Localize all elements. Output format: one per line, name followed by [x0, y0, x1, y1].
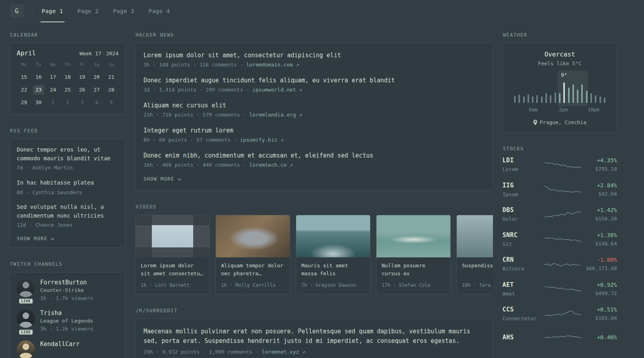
calendar-day[interactable]: 5	[104, 98, 118, 107]
sparkline-svg	[545, 183, 581, 196]
calendar-day[interactable]: 2	[60, 98, 75, 107]
subreddit-post-domain[interactable]: loremnet.xyz ↗	[262, 349, 305, 355]
hn-show-more-button[interactable]: SHOW MORE	[144, 176, 181, 182]
calendar-day[interactable]: 4	[89, 98, 104, 107]
hn-item-domain[interactable]: loremlandia.org ↗	[249, 112, 302, 118]
hn-item-title[interactable]: Lorem ipsum dolor sit amet, consectetur …	[144, 51, 485, 60]
calendar-dow: Su	[104, 62, 118, 69]
hn-item-title[interactable]: Integer eget rutrum lorem	[144, 126, 485, 135]
video-info: Suspendisse diam18h · Tara	[457, 257, 493, 294]
calendar-day[interactable]: 29	[17, 98, 31, 107]
stock-price: $156.28	[587, 215, 617, 223]
calendar-day[interactable]: 25	[60, 85, 75, 95]
twitch-channel-name[interactable]: Trisha	[40, 309, 62, 317]
stock-row[interactable]: CRNBitcorn-1.00%$66,171.48	[502, 256, 617, 273]
calendar-day[interactable]: 24	[46, 85, 60, 95]
live-badge: LIVE	[19, 299, 33, 304]
hn-item-domain[interactable]: ipsumify.biz ↗	[240, 137, 284, 143]
video-card[interactable]: Aliquam tempor dolor nec pharetra…1h · M…	[215, 215, 290, 294]
hn-item-title[interactable]: Aliquam nec cursus elit	[144, 101, 485, 110]
stock-symbol: SNRC	[502, 232, 539, 239]
stock-sparkline	[545, 208, 581, 221]
hn-item-title[interactable]: Donec enim nibh, condimentum et accumsan…	[144, 151, 485, 160]
weather-bar	[514, 96, 516, 103]
weather-condition: Overcast	[509, 51, 610, 58]
video-card[interactable]: Mauris sit amet massa felis7h · Grayson …	[296, 215, 370, 294]
avatar	[17, 279, 35, 297]
videos-section-title: VIDEOS	[136, 204, 493, 210]
app-logo[interactable]: G	[10, 4, 24, 18]
twitch-channel-game: League of Legends	[40, 318, 93, 324]
rss-section: RSS FEED Donec tempor eros leo, ut commo…	[10, 128, 126, 248]
video-card[interactable]: Lorem ipsum dolor sit amet consectetu…1h…	[135, 215, 210, 294]
calendar-day[interactable]: 30	[31, 98, 46, 107]
rss-card: Donec tempor eros leo, ut commodo mauris…	[10, 139, 126, 248]
twitch-channel-name[interactable]: ForrestBurton	[40, 279, 87, 286]
twitch-channel-name[interactable]: KendallCarr	[40, 340, 80, 348]
stock-row[interactable]: LDILorem+4.35%$795.18	[502, 157, 617, 173]
hn-item-domain[interactable]: loremtech.co ↗	[249, 162, 293, 168]
calendar-day[interactable]: 17	[46, 72, 60, 82]
hn-item-meta: 1d · 1,414 points · 299 comments · ipsum…	[144, 86, 485, 94]
stock-row[interactable]: CCSConsectetur+0.51%$165.84	[502, 306, 617, 323]
calendar-separator: ·	[102, 51, 105, 56]
hacker-news-card: Lorem ipsum dolor sit amet, consectetur …	[135, 43, 493, 191]
video-card[interactable]: Suspendisse diam18h · Tara	[456, 215, 493, 294]
calendar-day[interactable]: 18	[60, 72, 75, 82]
rss-show-more-button[interactable]: SHOW MORE	[17, 236, 54, 241]
calendar-card: April Week 17·2024 MoTuWeThFrSaSu1516171…	[10, 43, 126, 115]
stock-left: AETAmet	[502, 281, 539, 298]
calendar-day[interactable]: 19	[75, 72, 89, 82]
rss-item: In hac habitasse platea8d · Cynthia Saun…	[17, 179, 118, 196]
calendar-day[interactable]: 16	[31, 72, 46, 82]
video-card[interactable]: Nullam posuere cursus ex17h · Stefan Col…	[376, 215, 451, 294]
nav-tab-2[interactable]: Page 2	[78, 0, 99, 22]
rss-show-more-label: SHOW MORE	[17, 236, 48, 241]
twitch-channel[interactable]: KendallCarr	[17, 340, 118, 358]
nav-tab-3[interactable]: Page 3	[113, 0, 134, 22]
nav-tab-1[interactable]: Page 1	[42, 0, 63, 22]
calendar-day[interactable]: 15	[17, 72, 31, 82]
video-info: Aliquam tempor dolor nec pharetra…1h · M…	[216, 257, 290, 294]
calendar-day[interactable]: 3	[75, 98, 89, 107]
rss-item-title[interactable]: Donec tempor eros leo, ut commodo mauris…	[17, 146, 111, 161]
hn-item-domain[interactable]: ipsumworld.net ↗	[252, 87, 302, 93]
calendar-day[interactable]: 27	[89, 85, 104, 95]
weather-bar	[590, 93, 592, 103]
weather-times: 6am2pm10pm	[514, 107, 605, 113]
weather-card: Overcast Feels like 5°C 9° 6am2pm10pm Pr…	[502, 43, 617, 132]
stock-price: $499.72	[587, 290, 617, 298]
hn-item-info: 3h · 148 points · 116 comments ·	[144, 62, 246, 68]
hn-item-title[interactable]: Donec imperdiet augue tincidunt felis al…	[144, 76, 485, 85]
dashboard: CALENDAR April Week 17·2024 MoTuWeThFrSa…	[0, 23, 644, 358]
calendar-dow: Sa	[89, 62, 104, 69]
live-badge: LIVE	[19, 330, 33, 335]
stock-row[interactable]: DBSDolor+1.42%$156.28	[502, 206, 617, 223]
twitch-channel-meta: 3h · 1.2k viewers	[40, 325, 93, 333]
calendar-day[interactable]: 22	[17, 85, 31, 95]
twitch-channel[interactable]: LIVEForrestBurtonCounter-Strike1h · 1.7k…	[17, 279, 118, 302]
hn-item: Donec imperdiet augue tincidunt felis al…	[144, 76, 485, 93]
nav-tab-4[interactable]: Page 4	[149, 0, 170, 22]
rss-list: Donec tempor eros leo, ut commodo mauris…	[17, 146, 118, 229]
videos-row: Lorem ipsum dolor sit amet consectetu…1h…	[135, 215, 493, 294]
rss-item-title[interactable]: In hac habitasse platea	[17, 179, 94, 186]
twitch-channel[interactable]: LIVETrishaLeague of Legends3h · 1.2k vie…	[17, 309, 118, 333]
subreddit-post-title[interactable]: Maecenas mollis pulvinar erat non posuer…	[144, 327, 485, 346]
stock-row[interactable]: AETAmet+0.92%$499.72	[502, 281, 617, 298]
calendar-day-today[interactable]: 23	[33, 85, 45, 95]
calendar-day[interactable]: 28	[104, 85, 118, 95]
calendar-day[interactable]: 21	[104, 72, 118, 82]
calendar-day[interactable]: 26	[75, 85, 89, 95]
twitch-channel-info: KendallCarr	[40, 340, 80, 358]
weather-bar	[545, 93, 547, 103]
hn-item-domain[interactable]: loremdomain.com ↗	[246, 62, 299, 68]
stock-row[interactable]: IIGIpsum+2.84%$42.04	[502, 182, 617, 198]
middle-column: HACKER NEWS Lorem ipsum dolor sit amet, …	[135, 32, 493, 358]
stock-row[interactable]: AHS+0.46%	[502, 331, 617, 344]
calendar-day[interactable]: 20	[89, 72, 104, 82]
rss-item-title[interactable]: Sed volutpat nulla nisl, a condimentum n…	[17, 204, 104, 219]
video-thumbnail	[457, 215, 493, 257]
calendar-day[interactable]: 1	[46, 98, 60, 107]
stock-row[interactable]: SNRCSit+1.36%$148.64	[502, 232, 617, 248]
